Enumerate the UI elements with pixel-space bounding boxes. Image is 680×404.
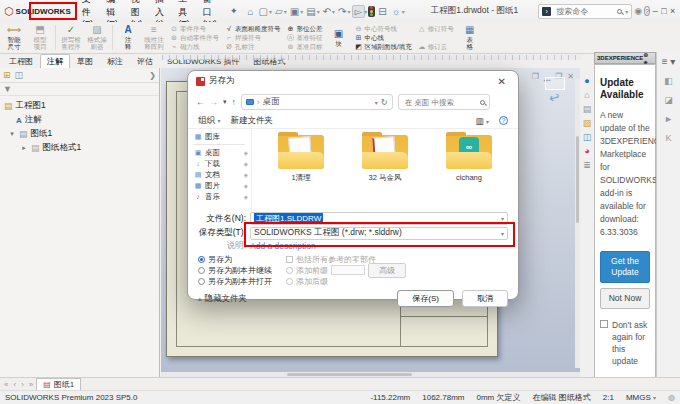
block-button[interactable]: ▣ 块	[327, 23, 351, 52]
tab-annotation[interactable]: 注解	[40, 54, 70, 68]
radio-add-suffix[interactable]: 添加后缀	[286, 276, 406, 286]
tree-item-sheet-format[interactable]: ▸ ▤ 图纸格式1	[4, 141, 159, 155]
tab-dimension[interactable]: 标注	[100, 54, 130, 68]
revision-symbol-button[interactable]: △修订符号	[418, 24, 454, 33]
markup-keyboard-icon[interactable]: K	[665, 133, 671, 143]
dialog-search-box[interactable]	[398, 94, 490, 110]
radio-save-copy-open[interactable]: 另存为副本并打开	[198, 276, 272, 286]
hole-callout-button[interactable]: Ø孔标注	[225, 42, 281, 51]
surface-finish-button[interactable]: √表面粗糙度符号	[225, 24, 281, 33]
folder-item[interactable]: 32 马金风	[358, 135, 412, 211]
refresh-icon[interactable]: ↻	[381, 97, 388, 107]
dialog-close-icon[interactable]: ✕	[494, 76, 510, 87]
folder-item[interactable]: ∞ cichang	[442, 135, 496, 211]
taskpane-gear-icon[interactable]: ⊛	[643, 52, 648, 58]
smart-dimension-button[interactable]: ⟺ 智能 尺寸	[2, 23, 26, 52]
model-items-button[interactable]: ⬒ 模型 项目	[28, 23, 52, 52]
radio-save-copy-continue[interactable]: 另存为副本并继续	[198, 265, 272, 275]
sidebar-item-downloads[interactable]: ↓ 下载 ◈	[194, 158, 251, 169]
tables-button[interactable]: ▦ 表 格	[458, 23, 482, 52]
sidebar-item-gallery[interactable]: ▦ 图库	[194, 131, 251, 142]
tree-item-sheet[interactable]: ▾ ▤ 图纸1	[4, 127, 159, 141]
hide-folders-button[interactable]: ▴ 隐藏文件夹	[198, 293, 247, 305]
markup-eraser-icon[interactable]: ◪	[664, 95, 673, 105]
doc-close-icon[interactable]: ✕	[567, 72, 574, 81]
markup-cursor-icon[interactable]: ►	[664, 114, 673, 124]
doc-cascade-icon[interactable]: ❐	[532, 72, 539, 81]
format-painter-button[interactable]: ▨ 格式涂 刷器	[85, 23, 109, 52]
revision-cloud-button[interactable]: ☁修订云	[418, 42, 454, 51]
get-update-button[interactable]: Get the Update	[600, 251, 650, 283]
search-caret-icon[interactable]: ▾	[625, 8, 628, 15]
geometric-tolerance-button[interactable]: ⊕形位公差	[287, 24, 323, 33]
area-hatch-button[interactable]: ◩区域剖面线/填充	[355, 42, 412, 51]
featuremanager-tree-icon[interactable]: ⊞	[3, 70, 11, 80]
markup-crop-icon[interactable]: ◧	[664, 76, 673, 86]
sheet-tab[interactable]: ▤ 图纸1	[36, 378, 81, 390]
center-mark-button[interactable]: ⊖中心符号线	[355, 24, 412, 33]
tab-sketch[interactable]: 草图	[70, 54, 100, 68]
new-document-icon[interactable]: ▢	[257, 6, 270, 17]
maximize-button[interactable]: □	[661, 5, 668, 17]
auto-balloon-button[interactable]: ⊛自动零件序号	[170, 33, 219, 42]
last-sheet-icon[interactable]: »	[27, 380, 35, 389]
tree-filter[interactable]: ▼	[0, 83, 159, 96]
radio-add-prefix[interactable]: 添加前缀 高级	[286, 265, 406, 275]
command-search-input[interactable]	[554, 6, 614, 17]
tab-evaluate[interactable]: 评估	[130, 54, 160, 68]
prefix-input[interactable]	[331, 265, 365, 275]
datum-feature-button[interactable]: Ⓐ基准特征	[287, 33, 323, 42]
tree-root-drawing[interactable]: ▤ 工程图1	[4, 99, 159, 113]
select-tool-icon[interactable]: ▻	[352, 5, 366, 18]
save-button[interactable]: 保存(S)	[397, 290, 454, 307]
dont-ask-checkbox[interactable]	[600, 320, 608, 328]
home-icon[interactable]: ⌂	[246, 6, 256, 17]
magnetic-line-button[interactable]: ⌁磁力线	[170, 42, 219, 51]
custom-properties-icon[interactable]: ≣	[583, 160, 591, 170]
weld-symbol-button[interactable]: ⌐焊接符号	[225, 33, 281, 42]
panel-expand-icon[interactable]: ❯	[149, 71, 156, 80]
not-now-button[interactable]: Not Now	[600, 288, 650, 309]
prev-sheet-icon[interactable]: ‹	[11, 380, 18, 389]
organize-button[interactable]: 组织 ▾	[198, 115, 220, 127]
centerline-button[interactable]: ⊞中心线	[355, 33, 412, 42]
menu-pin-icon[interactable]: ✦	[230, 6, 238, 16]
nav-up-icon[interactable]: ↑	[232, 97, 236, 107]
print-icon[interactable]: ▤	[304, 6, 317, 17]
folder-item[interactable]: 1清理	[274, 135, 328, 211]
sidebar-item-music[interactable]: ♪ 音乐 ◈	[194, 191, 251, 202]
nav-forward-icon[interactable]: →	[210, 97, 219, 107]
view-toggle-icon[interactable]: ▥ ▾	[476, 116, 489, 126]
sidebar-item-desktop[interactable]: ▣ 桌面 ◈	[194, 147, 251, 158]
tree-item-annotations[interactable]: A 注解	[4, 113, 159, 127]
first-sheet-icon[interactable]: «	[2, 380, 10, 389]
filename-dropdown-icon[interactable]: ▾	[501, 215, 504, 222]
dialog-search-input[interactable]	[403, 97, 477, 108]
collapse-arrow-icon[interactable]: ▾	[8, 130, 16, 138]
balloon-button[interactable]: ⊙零件序号	[170, 24, 219, 33]
address-location[interactable]: 桌面	[263, 96, 280, 108]
display-manager-icon[interactable]: ◫	[15, 70, 24, 80]
address-dropdown-icon[interactable]: ▾	[375, 99, 378, 106]
view-palette-icon[interactable]: ◫	[583, 132, 592, 142]
note-button[interactable]: A 注 释	[116, 23, 140, 52]
tab-drawing[interactable]: 工程图	[2, 54, 40, 68]
sidebar-item-documents[interactable]: ▤ 文档 ◈	[194, 169, 251, 180]
next-sheet-icon[interactable]: ›	[19, 380, 26, 389]
expand-arrow-icon[interactable]: ▸	[20, 144, 28, 152]
file-properties-icon[interactable]: ⊟	[376, 6, 388, 17]
nav-recent-icon[interactable]: ▾	[223, 98, 227, 106]
nav-back-icon[interactable]: ←	[196, 97, 205, 107]
threedexperience-tab-icon[interactable]: ●	[584, 76, 589, 86]
globe-icon[interactable]: ◍	[668, 393, 675, 402]
close-button[interactable]: ×	[669, 5, 676, 17]
spell-checker-button[interactable]: ✓ 拼写检 查程序	[59, 23, 83, 52]
user-account-icon[interactable]: ◉	[634, 5, 642, 17]
save-icon[interactable]: ▣	[288, 6, 301, 17]
hamburger-menu-icon[interactable]: ≡ ▾	[662, 56, 676, 67]
new-folder-button[interactable]: 新建文件夹	[230, 115, 273, 127]
radio-save-as[interactable]: 另存为	[198, 254, 272, 264]
datum-target-button[interactable]: ⊚基准目标	[287, 42, 323, 51]
appearances-tab-icon[interactable]: ◕	[584, 146, 589, 156]
address-bar[interactable]: › 桌面 ▾ ↻	[241, 94, 393, 110]
